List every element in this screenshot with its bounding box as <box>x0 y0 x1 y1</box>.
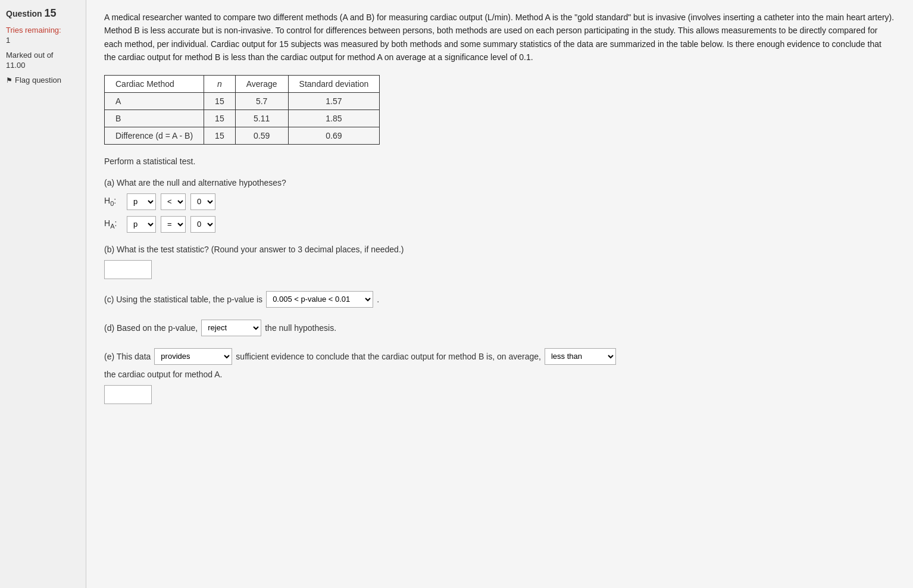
table-header-method: Cardiac Method <box>105 75 204 92</box>
tries-label: Tries remaining: <box>6 26 80 35</box>
part-d-label-after: the null hypothesis. <box>265 323 336 333</box>
h0-row: H0: p μ μd < > = ≠ ≤ ≥ 0 1 2 <box>104 193 895 210</box>
flag-label: Flag question <box>15 76 61 85</box>
h0-variable-select[interactable]: p μ μd <box>127 193 156 210</box>
marked-value: 11.00 <box>6 61 80 70</box>
flag-question-button[interactable]: ⚑ Flag question <box>6 76 61 85</box>
part-e-label-middle: sufficient evidence to conclude that the… <box>236 352 541 361</box>
part-e-bottom: the cardiac output for method A. <box>104 370 895 379</box>
sidebar: Question 15 Tries remaining: 1 Marked ou… <box>0 0 86 588</box>
part-b-section: (b) What is the test statistic? (Round y… <box>104 245 895 279</box>
part-d-section: (d) Based on the p-value, rejectfail to … <box>104 320 895 336</box>
ha-row: HA: p μ μd = < > ≠ ≤ ≥ 0 1 2 <box>104 216 895 233</box>
question-label: Question <box>6 9 42 18</box>
part-d-row: (d) Based on the p-value, rejectfail to … <box>104 320 895 336</box>
table-header-n: n <box>204 75 236 92</box>
pvalue-select[interactable]: p-value < 0.0050.005 < p-value < 0.010.0… <box>266 291 373 308</box>
provides-select[interactable]: providesdoes not provide <box>154 348 232 365</box>
ha-label: HA: <box>104 218 122 230</box>
ha-value-select[interactable]: 0 1 2 <box>190 216 215 233</box>
ha-operator-select[interactable]: = < > ≠ ≤ ≥ <box>161 216 186 233</box>
part-c-row: (c) Using the statistical table, the p-v… <box>104 291 895 308</box>
part-e-section: (e) This data providesdoes not provide s… <box>104 348 895 404</box>
part-d-label-before: (d) Based on the p-value, <box>104 323 198 333</box>
part-e-final-input[interactable] <box>104 385 152 404</box>
table-row: A155.71.57 <box>105 92 380 110</box>
table-cell: 0.59 <box>235 127 288 144</box>
flag-icon: ⚑ <box>6 76 12 85</box>
table-cell: 1.57 <box>288 92 380 110</box>
data-table: Cardiac Method n Average Standard deviat… <box>104 75 380 145</box>
perform-section: Perform a statistical test. <box>104 157 895 166</box>
h0-label: H0: <box>104 196 122 207</box>
h0-value-select[interactable]: 0 1 2 <box>190 193 215 210</box>
part-c-suffix: . <box>377 295 379 304</box>
table-cell: A <box>105 92 204 110</box>
part-e-label-before: (e) This data <box>104 352 151 361</box>
ha-variable-select[interactable]: p μ μd <box>127 216 156 233</box>
test-statistic-input[interactable] <box>104 260 152 279</box>
less-than-select[interactable]: less thangreater thanequal to <box>545 348 616 365</box>
question-title: Question 15 <box>6 7 80 20</box>
h0-operator-select[interactable]: < > = ≠ ≤ ≥ <box>161 193 186 210</box>
part-b-label: (b) What is the test statistic? (Round y… <box>104 245 895 254</box>
table-row: B155.111.85 <box>105 110 380 127</box>
part-a-label: (a) What are the null and alternative hy… <box>104 178 895 187</box>
question-text: A medical researcher wanted to compare t… <box>104 11 895 64</box>
question-number: 15 <box>45 7 57 19</box>
perform-label: Perform a statistical test. <box>104 157 895 166</box>
table-cell: 0.69 <box>288 127 380 144</box>
part-a-section: (a) What are the null and alternative hy… <box>104 178 895 233</box>
reject-select[interactable]: rejectfail to reject <box>201 320 261 336</box>
part-e-row: (e) This data providesdoes not provide s… <box>104 348 895 365</box>
part-c-section: (c) Using the statistical table, the p-v… <box>104 291 895 308</box>
table-header-average: Average <box>235 75 288 92</box>
table-header-stddev: Standard deviation <box>288 75 380 92</box>
table-cell: 15 <box>204 110 236 127</box>
table-cell: 15 <box>204 92 236 110</box>
table-cell: Difference (d = A - B) <box>105 127 204 144</box>
part-c-label: (c) Using the statistical table, the p-v… <box>104 295 262 304</box>
table-cell: 5.11 <box>235 110 288 127</box>
marked-label: Marked out of <box>6 51 80 60</box>
table-cell: 15 <box>204 127 236 144</box>
tries-value: 1 <box>6 36 80 45</box>
main-content: A medical researcher wanted to compare t… <box>86 0 913 588</box>
table-cell: 5.7 <box>235 92 288 110</box>
part-e-label-after: the cardiac output for method A. <box>104 370 222 379</box>
table-cell: 1.85 <box>288 110 380 127</box>
table-cell: B <box>105 110 204 127</box>
table-row: Difference (d = A - B)150.590.69 <box>105 127 380 144</box>
